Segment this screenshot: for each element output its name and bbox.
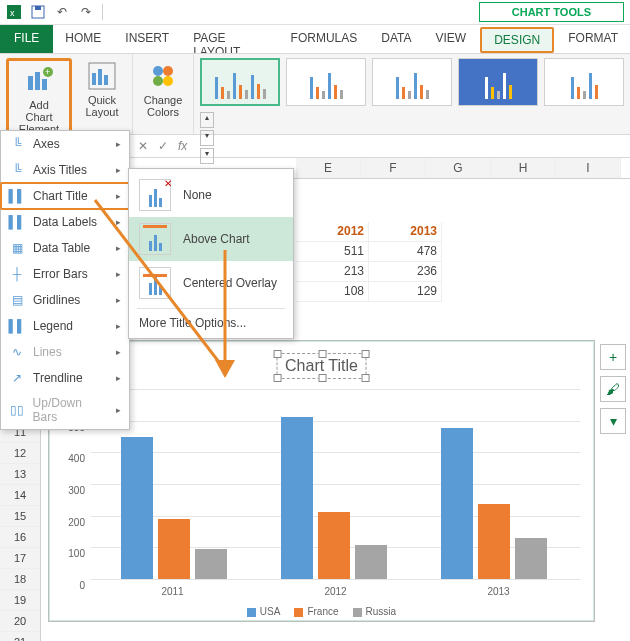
svg-rect-10	[92, 73, 96, 85]
chart-style-3[interactable]	[372, 58, 452, 106]
trendline-icon: ↗	[9, 370, 25, 386]
cell-e-2012[interactable]: 2012	[296, 222, 369, 242]
styles-scroll-up-icon[interactable]: ▴	[200, 112, 214, 128]
menu-data-labels[interactable]: ▌▌Data Labels▸	[1, 209, 129, 235]
menu-error-bars[interactable]: ┼Error Bars▸	[1, 261, 129, 287]
tab-data[interactable]: DATA	[369, 25, 423, 53]
menu-axes[interactable]: ╚Axes▸	[1, 131, 129, 157]
menu-updown-label: Up/Down Bars	[33, 396, 108, 424]
excel-icon: x	[6, 4, 22, 20]
gridlines-icon: ▤	[9, 292, 25, 308]
menu-data-table[interactable]: ▦Data Table▸	[1, 235, 129, 261]
fx-icon[interactable]: fx	[178, 139, 187, 153]
chart-style-5[interactable]	[544, 58, 624, 106]
save-icon[interactable]	[30, 4, 46, 20]
styles-scroll-down-icon[interactable]: ▾	[200, 130, 214, 146]
add-chart-element-menu: ╚Axes▸ ╚Axis Titles▸ ▌▌Chart Title▸ ▌▌Da…	[0, 130, 130, 430]
col-header-i[interactable]: I	[556, 158, 621, 178]
submenu-centered-overlay[interactable]: Centered Overlay	[129, 261, 293, 305]
svg-point-13	[153, 66, 163, 76]
submenu-arrow-icon: ▸	[116, 295, 121, 305]
cell-f-478[interactable]: 478	[369, 242, 442, 262]
submenu-none-label: None	[183, 188, 212, 202]
submenu-arrow-icon: ▸	[116, 405, 121, 415]
chart-style-4[interactable]	[458, 58, 538, 106]
cell-e-511[interactable]: 511	[296, 242, 369, 262]
tab-file[interactable]: FILE	[0, 25, 53, 53]
row-header[interactable]: 17	[0, 548, 40, 569]
menu-axes-label: Axes	[33, 137, 60, 151]
menu-legend[interactable]: ▌▌Legend▸	[1, 313, 129, 339]
change-colors-button[interactable]: Change Colors	[139, 58, 187, 120]
embedded-chart[interactable]: Chart Title 0100200300400500600 20112012…	[48, 340, 595, 622]
chart-styles-button[interactable]: 🖌	[600, 376, 626, 402]
submenu-arrow-icon: ▸	[116, 373, 121, 383]
chart-x-axis: 201120122013	[91, 586, 580, 597]
menu-trendline[interactable]: ↗Trendline▸	[1, 365, 129, 391]
enter-icon[interactable]: ✓	[158, 139, 168, 153]
chart-layouts-group: + Add Chart Element ▾ Quick Layout	[0, 54, 133, 134]
col-header-g[interactable]: G	[426, 158, 491, 178]
submenu-above-chart-label: Above Chart	[183, 232, 250, 246]
cell-f-2013[interactable]: 2013	[369, 222, 442, 242]
tab-view[interactable]: VIEW	[424, 25, 479, 53]
tab-design[interactable]: DESIGN	[480, 27, 554, 53]
submenu-arrow-icon: ▸	[116, 321, 121, 331]
menu-gridlines[interactable]: ▤Gridlines▸	[1, 287, 129, 313]
svg-rect-5	[35, 72, 40, 90]
submenu-more-options[interactable]: More Title Options...	[129, 312, 293, 334]
undo-icon[interactable]: ↶	[54, 4, 70, 20]
menu-chart-title-label: Chart Title	[33, 189, 88, 203]
tab-formulas[interactable]: FORMULAS	[279, 25, 370, 53]
cell-f-236[interactable]: 236	[369, 262, 442, 282]
submenu-centered-overlay-label: Centered Overlay	[183, 276, 277, 290]
redo-icon[interactable]: ↷	[78, 4, 94, 20]
submenu-separator	[137, 308, 285, 309]
col-header-f[interactable]: F	[361, 158, 426, 178]
chart-style-2[interactable]	[286, 58, 366, 106]
col-header-e[interactable]: E	[296, 158, 361, 178]
row-header[interactable]: 20	[0, 611, 40, 632]
add-chart-element-icon: +	[23, 65, 55, 97]
axes-icon: ╚	[9, 136, 25, 152]
menu-chart-title[interactable]: ▌▌Chart Title▸	[0, 182, 130, 210]
data-labels-icon: ▌▌	[9, 214, 25, 230]
cancel-icon[interactable]: ✕	[138, 139, 148, 153]
cell-f-129[interactable]: 129	[369, 282, 442, 302]
submenu-above-chart[interactable]: Above Chart	[129, 217, 293, 261]
chart-title-submenu: ✕ None Above Chart Centered Overlay More…	[128, 168, 294, 339]
error-bars-icon: ┼	[9, 266, 25, 282]
qat-separator	[102, 4, 103, 20]
chart-filters-button[interactable]: ▾	[600, 408, 626, 434]
cell-e-108[interactable]: 108	[296, 282, 369, 302]
chart-elements-button[interactable]: +	[600, 344, 626, 370]
row-header[interactable]: 16	[0, 527, 40, 548]
row-header[interactable]: 18	[0, 569, 40, 590]
tab-page-layout[interactable]: PAGE LAYOUT	[181, 25, 278, 53]
tab-home[interactable]: HOME	[53, 25, 113, 53]
row-header[interactable]: 21	[0, 632, 40, 641]
menu-lines: ∿Lines▸	[1, 339, 129, 365]
col-header-h[interactable]: H	[491, 158, 556, 178]
row-header[interactable]: 14	[0, 485, 40, 506]
ribbon-body: + Add Chart Element ▾ Quick Layout Chang…	[0, 53, 630, 135]
centered-overlay-icon	[139, 267, 171, 299]
chart-title-textbox[interactable]: Chart Title	[276, 353, 367, 379]
menu-data-labels-label: Data Labels	[33, 215, 97, 229]
chart-style-1[interactable]	[200, 58, 280, 106]
submenu-none[interactable]: ✕ None	[129, 173, 293, 217]
tab-insert[interactable]: INSERT	[113, 25, 181, 53]
row-header[interactable]: 13	[0, 464, 40, 485]
submenu-arrow-icon: ▸	[116, 217, 121, 227]
chart-plot-area[interactable]: 0100200300400500600	[91, 389, 580, 579]
menu-lines-label: Lines	[33, 345, 62, 359]
menu-axis-titles[interactable]: ╚Axis Titles▸	[1, 157, 129, 183]
plus-icon: +	[609, 349, 617, 365]
row-header[interactable]: 12	[0, 443, 40, 464]
chart-legend[interactable]: USAFranceRussia	[49, 606, 594, 617]
row-header[interactable]: 15	[0, 506, 40, 527]
cell-e-213[interactable]: 213	[296, 262, 369, 282]
row-header[interactable]: 19	[0, 590, 40, 611]
tab-format[interactable]: FORMAT	[556, 25, 630, 53]
menu-error-bars-label: Error Bars	[33, 267, 88, 281]
